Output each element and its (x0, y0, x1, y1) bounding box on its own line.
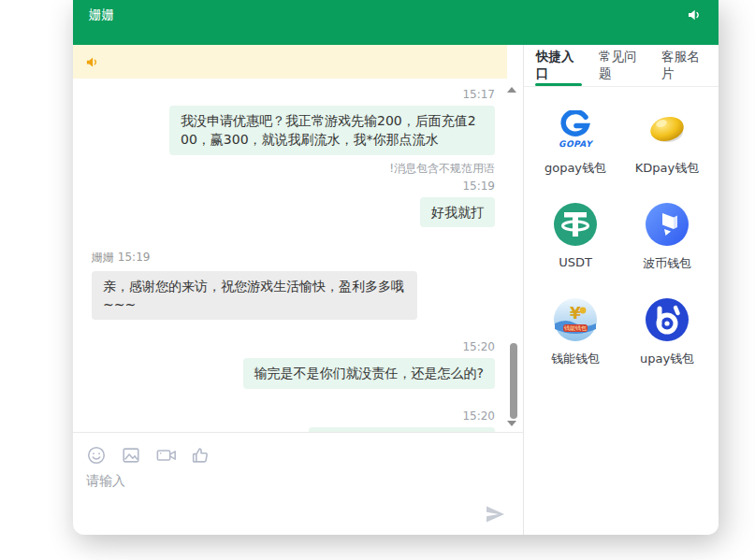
bobi-logo-icon (645, 202, 690, 247)
sound-toggle-icon[interactable] (687, 7, 702, 22)
user-message-bubble: 好我就打 (420, 197, 495, 227)
tab-quick-entry[interactable]: 快捷入口 (535, 45, 582, 86)
wallet-item-usdt[interactable]: USDT (530, 202, 620, 272)
scroll-up-arrow-icon[interactable] (507, 87, 516, 93)
agent-message-bubble: 亲，感谢您的来访，祝您游戏生活愉快，盈利多多哦~~~ (92, 271, 417, 321)
wallet-label: gopay钱包 (544, 160, 606, 177)
video-call-icon[interactable] (155, 445, 176, 466)
upay-logo-icon (645, 297, 690, 342)
gopay-wordmark: GOPAY (559, 139, 592, 149)
wallet-item-gopay[interactable]: GOPAY gopay钱包 (530, 107, 620, 177)
thumbs-up-icon[interactable] (190, 445, 211, 466)
gopay-logo-icon: GOPAY (553, 107, 598, 151)
message-timestamp: 15:20 (92, 340, 495, 354)
quick-panel: 快捷入口 常见问题 客服名片 GOPAY gopay钱包 (524, 45, 719, 535)
announcement-bar (73, 45, 507, 79)
chat-window: 姗姗 15:17 我没申请优惠吧？我正常游戏先输200，后面充值200，赢300… (73, 0, 719, 535)
message-warning-label: !消息包含不规范用语 (92, 162, 495, 176)
gold-bean-icon (645, 107, 690, 151)
message-timestamp: 15:19 (92, 179, 495, 194)
image-upload-icon[interactable] (121, 445, 141, 466)
svg-text:¥: ¥ (570, 304, 581, 323)
chat-column: 15:17 我没申请优惠吧？我正常游戏先输200，后面充值200，赢300，就说… (73, 45, 524, 535)
agent-message-header: 姗姗 15:19 (92, 250, 495, 266)
wallet-label: USDT (559, 255, 592, 269)
emoji-icon[interactable] (86, 445, 107, 466)
wallet-grid: GOPAY gopay钱包 (524, 87, 719, 367)
message-list: 15:17 我没申请优惠吧？我正常游戏先输200，后面充值200，赢300，就说… (73, 79, 523, 432)
announcement-speaker-icon (85, 55, 99, 69)
qianneng-ribbon-text: 钱能钱包 (563, 324, 587, 332)
message-composer: 请输入 (73, 432, 523, 535)
wallet-label: 波币钱包 (643, 255, 691, 272)
window-header: 姗姗 (73, 0, 719, 45)
message-timestamp: 15:17 (92, 88, 495, 102)
wallet-item-qianneng[interactable]: ¥ 钱能钱包 钱能钱包 (530, 297, 620, 367)
message-input[interactable]: 请输入 (86, 473, 508, 516)
scroll-down-arrow-icon[interactable] (507, 421, 516, 426)
user-message-bubble: 输完是不是你们就没责任，还是怎么的? (243, 358, 495, 388)
composer-toolbar (86, 445, 508, 466)
scrollbar-thumb[interactable] (510, 343, 517, 419)
agent-name-title: 姗姗 (89, 7, 114, 22)
message-timestamp: 15:20 (92, 409, 495, 424)
wallet-label: KDpay钱包 (635, 160, 699, 177)
wallet-label: upay钱包 (640, 351, 694, 367)
qianneng-logo-icon: ¥ 钱能钱包 (553, 297, 598, 342)
user-message-bubble: 我没申请优惠吧？我正常游戏先输200，后面充值200，赢300，就说我刷流水，我… (169, 106, 495, 155)
wallet-item-upay[interactable]: upay钱包 (622, 297, 712, 367)
tab-agent-card[interactable]: 客服名片 (661, 45, 707, 86)
panel-tabs: 快捷入口 常见问题 客服名片 (524, 45, 719, 87)
wallet-label: 钱能钱包 (551, 351, 600, 367)
wallet-item-bobi[interactable]: 波币钱包 (622, 202, 712, 272)
tab-faq[interactable]: 常见问题 (598, 45, 645, 86)
tether-logo-icon (553, 202, 598, 247)
wallet-item-kdpay[interactable]: KDpay钱包 (622, 107, 712, 177)
send-button-icon[interactable] (484, 503, 506, 525)
